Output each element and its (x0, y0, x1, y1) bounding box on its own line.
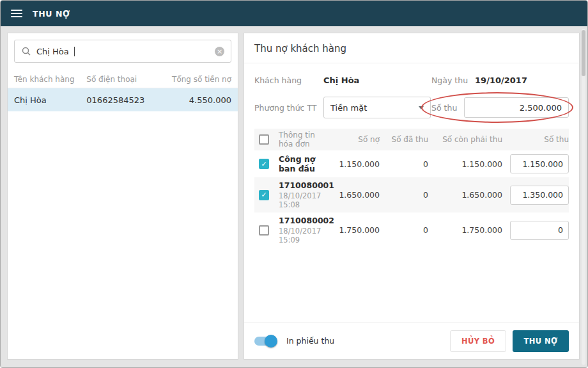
amount-label: Số thu (431, 103, 457, 113)
customer-table-header: Tên khách hàng Số điện thoại Tổng số tiề… (8, 70, 238, 88)
column-header-debt: Tổng số tiền nợ (166, 75, 231, 84)
chevron-down-icon (419, 106, 424, 109)
invoice-debt: 1.650.000 (327, 190, 380, 200)
clear-search-icon[interactable]: × (215, 47, 224, 56)
invoice-debt: 1.750.000 (327, 225, 380, 235)
customer-name: Chị Hòa (14, 95, 86, 105)
collect-amount-input[interactable] (510, 186, 569, 205)
invoice-paid: 0 (380, 159, 428, 169)
customer-row[interactable]: Chị Hòa 01662584523 4.550.000 (8, 88, 238, 111)
invoice-title: 1710080002 (279, 216, 327, 225)
detail-title: Thu nợ khách hàng (244, 33, 579, 63)
invoice-checkbox[interactable] (259, 190, 269, 200)
invoice-title: Công nợ ban đầu (279, 154, 327, 173)
customer-label: Khách hàng (254, 76, 323, 85)
invoice-remaining: 1.150.000 (428, 159, 502, 169)
cancel-button[interactable]: HỦY BỎ (450, 330, 506, 352)
page-title: THU NỢ (33, 9, 70, 19)
invoice-rows: Công nợ ban đầu 1.150.000 0 1.150.000 (254, 150, 569, 248)
collect-debt-button[interactable]: THU NỢ (513, 330, 569, 352)
invoice-checkbox[interactable] (259, 225, 269, 236)
amount-field: Số thu (431, 97, 569, 118)
customer-value: Chị Hòa (323, 76, 359, 85)
detail-panel: Thu nợ khách hàng Khách hàng Chị Hòa Ngà… (244, 33, 580, 360)
detail-fields: Khách hàng Chị Hòa Ngày thu 19/10/2017 P… (244, 73, 579, 118)
payment-method-select[interactable]: Tiền mặt (323, 97, 431, 118)
print-receipt-toggle[interactable] (254, 337, 276, 346)
date-label: Ngày thu (431, 76, 468, 85)
print-receipt-label: In phiếu thu (286, 336, 334, 346)
customer-phone: 01662584523 (86, 95, 166, 105)
scrollbar-thumb[interactable] (582, 30, 585, 76)
search-icon (21, 46, 31, 56)
column-header-invoice-info: Thông tin hóa đơn (279, 131, 327, 148)
invoice-row[interactable]: 1710080001 18/10/2017 15:08 1.650.000 0 … (254, 177, 569, 212)
collect-amount-input[interactable] (510, 221, 569, 240)
customer-field-row: Khách hàng Chị Hòa Ngày thu 19/10/2017 (254, 73, 569, 87)
customer-panel: Chị Hòa × Tên khách hàng Số điện thoại T… (7, 33, 238, 360)
invoice-paid: 0 (380, 190, 428, 200)
amount-input[interactable] (464, 97, 569, 118)
payment-method-value: Tiền mặt (330, 103, 367, 113)
invoice-table-header: Thông tin hóa đơn Số nợ Số đã thu Số còn… (254, 129, 569, 150)
invoice-table: Thông tin hóa đơn Số nợ Số đã thu Số còn… (254, 129, 569, 248)
invoice-remaining: 1.650.000 (428, 190, 502, 200)
menu-icon[interactable] (11, 10, 22, 17)
invoice-row[interactable]: 1710080002 18/10/2017 15:09 1.750.000 0 … (254, 212, 569, 248)
search-input[interactable]: Chị Hòa × (14, 40, 231, 63)
invoice-checkbox[interactable] (259, 159, 269, 169)
invoice-datetime: 18/10/2017 15:09 (279, 227, 327, 244)
invoice-debt: 1.150.000 (327, 159, 380, 169)
date-field: Ngày thu 19/10/2017 (431, 76, 569, 85)
column-header-remaining: Số còn phải thu (428, 135, 502, 144)
invoice-title: 1710080001 (279, 180, 327, 190)
topbar: THU NỢ (1, 1, 587, 26)
payment-field-row: Phương thức TT Tiền mặt Số thu (254, 97, 569, 118)
payment-method-label: Phương thức TT (254, 103, 323, 113)
invoice-datetime: 18/10/2017 15:08 (279, 191, 327, 209)
column-header-paid: Số đã thu (380, 135, 428, 144)
column-header-debt: Số nợ (327, 135, 380, 144)
vertical-scrollbar[interactable] (582, 29, 585, 365)
select-all-checkbox[interactable] (259, 134, 269, 145)
invoice-row[interactable]: Công nợ ban đầu 1.150.000 0 1.150.000 (254, 150, 569, 177)
search-value[interactable]: Chị Hòa (36, 47, 69, 56)
toggle-knob (265, 335, 277, 348)
customer-debt: 4.550.000 (166, 95, 231, 105)
text-cursor (74, 47, 75, 56)
app-window: THU NỢ Chị Hòa × Tên khách hàng Số điện … (0, 0, 588, 368)
invoice-remaining: 1.750.000 (428, 225, 502, 235)
column-header-collect: Số thu (502, 135, 569, 144)
column-header-phone: Số điện thoại (86, 75, 166, 84)
invoice-paid: 0 (380, 225, 428, 235)
date-value: 19/10/2017 (475, 76, 527, 85)
collect-amount-input[interactable] (510, 154, 569, 173)
detail-footer: In phiếu thu HỦY BỎ THU NỢ (244, 322, 579, 359)
column-header-name: Tên khách hàng (14, 75, 86, 84)
